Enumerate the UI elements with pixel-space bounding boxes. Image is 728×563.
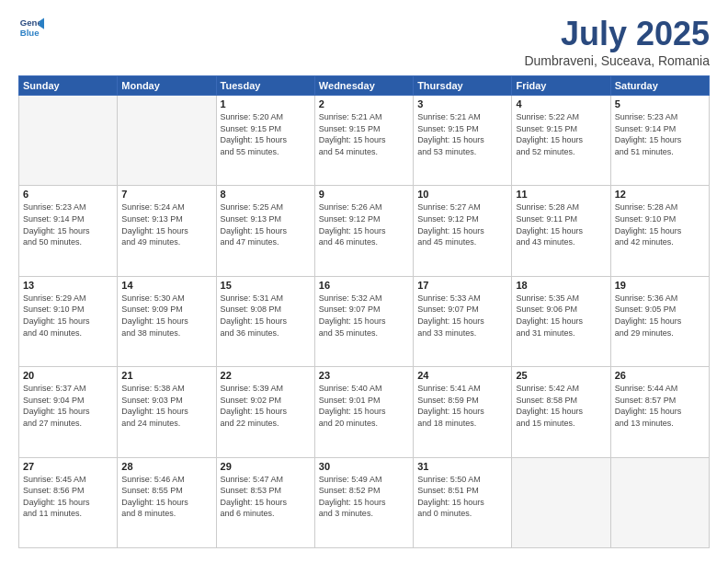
day-detail: Sunrise: 5:32 AM Sunset: 9:07 PM Dayligh… bbox=[319, 293, 409, 339]
sunrise-label: Sunrise: 5:28 AM bbox=[516, 202, 579, 212]
sunset-label: Sunset: 9:05 PM bbox=[615, 304, 677, 314]
daylight-minutes: and 55 minutes. bbox=[221, 147, 279, 156]
sunrise-label: Sunrise: 5:41 AM bbox=[417, 384, 481, 393]
day-detail: Sunrise: 5:40 AM Sunset: 9:01 PM Dayligh… bbox=[319, 383, 409, 429]
day-number: 7 bbox=[121, 189, 211, 200]
day-cell-3-6: 26 Sunrise: 5:44 AM Sunset: 8:57 PM Dayl… bbox=[610, 367, 709, 457]
daylight-minutes: and 53 minutes. bbox=[417, 147, 476, 156]
daylight-minutes: and 36 minutes. bbox=[221, 328, 279, 338]
sunset-label: Sunset: 8:53 PM bbox=[221, 486, 282, 495]
sunset-label: Sunset: 9:12 PM bbox=[417, 214, 479, 224]
col-monday: Monday bbox=[118, 76, 216, 96]
sunset-label: Sunset: 9:13 PM bbox=[221, 214, 282, 224]
sunset-label: Sunset: 8:55 PM bbox=[121, 486, 183, 495]
main-title: July 2025 bbox=[524, 15, 710, 53]
daylight-minutes: and 27 minutes. bbox=[23, 419, 82, 428]
daylight-label: Daylight: 15 hours bbox=[417, 135, 484, 144]
daylight-label: Daylight: 15 hours bbox=[319, 226, 386, 236]
sunrise-label: Sunrise: 5:47 AM bbox=[221, 475, 284, 484]
sunset-label: Sunset: 9:07 PM bbox=[319, 304, 381, 314]
day-cell-4-6 bbox=[610, 457, 709, 547]
day-number: 6 bbox=[23, 189, 113, 200]
title-block: July 2025 Dumbraveni, Suceava, Romania bbox=[524, 15, 710, 68]
day-number: 26 bbox=[615, 370, 705, 381]
sunset-label: Sunset: 9:09 PM bbox=[121, 304, 183, 314]
day-number: 13 bbox=[23, 280, 113, 291]
daylight-label: Daylight: 15 hours bbox=[516, 135, 583, 144]
subtitle: Dumbraveni, Suceava, Romania bbox=[524, 53, 710, 68]
day-cell-0-4: 3 Sunrise: 5:21 AM Sunset: 9:15 PM Dayli… bbox=[414, 96, 512, 186]
sunset-label: Sunset: 8:51 PM bbox=[417, 486, 479, 495]
sunrise-label: Sunrise: 5:23 AM bbox=[23, 202, 86, 212]
daylight-minutes: and 6 minutes. bbox=[221, 509, 275, 518]
sunset-label: Sunset: 8:58 PM bbox=[516, 396, 577, 405]
day-number: 20 bbox=[23, 370, 113, 381]
day-number: 11 bbox=[516, 189, 606, 200]
daylight-label: Daylight: 15 hours bbox=[23, 407, 90, 416]
day-cell-3-4: 24 Sunrise: 5:41 AM Sunset: 8:59 PM Dayl… bbox=[414, 367, 512, 457]
day-detail: Sunrise: 5:28 AM Sunset: 9:10 PM Dayligh… bbox=[615, 201, 705, 247]
sunrise-label: Sunrise: 5:35 AM bbox=[516, 293, 579, 303]
daylight-minutes: and 38 minutes. bbox=[121, 328, 180, 338]
sunset-label: Sunset: 8:59 PM bbox=[417, 396, 479, 405]
day-cell-3-5: 25 Sunrise: 5:42 AM Sunset: 8:58 PM Dayl… bbox=[512, 367, 610, 457]
daylight-label: Daylight: 15 hours bbox=[417, 226, 484, 236]
day-detail: Sunrise: 5:38 AM Sunset: 9:03 PM Dayligh… bbox=[121, 383, 211, 429]
daylight-minutes: and 47 minutes. bbox=[221, 237, 279, 247]
day-cell-1-6: 12 Sunrise: 5:28 AM Sunset: 9:10 PM Dayl… bbox=[610, 186, 709, 276]
daylight-minutes: and 24 minutes. bbox=[121, 419, 180, 428]
day-number: 5 bbox=[615, 98, 705, 109]
svg-text:Blue: Blue bbox=[20, 28, 40, 38]
sunrise-label: Sunrise: 5:25 AM bbox=[221, 202, 284, 212]
daylight-label: Daylight: 15 hours bbox=[516, 226, 583, 236]
sunset-label: Sunset: 9:14 PM bbox=[23, 214, 85, 224]
day-number: 27 bbox=[23, 461, 113, 472]
sunrise-label: Sunrise: 5:28 AM bbox=[615, 202, 678, 212]
day-cell-4-5 bbox=[512, 457, 610, 547]
daylight-label: Daylight: 15 hours bbox=[615, 135, 682, 144]
daylight-minutes: and 50 minutes. bbox=[23, 237, 82, 247]
daylight-minutes: and 11 minutes. bbox=[23, 509, 82, 518]
sunrise-label: Sunrise: 5:22 AM bbox=[516, 112, 579, 121]
day-number: 2 bbox=[319, 98, 409, 109]
day-cell-0-0 bbox=[19, 96, 118, 186]
col-thursday: Thursday bbox=[414, 76, 512, 96]
daylight-minutes: and 31 minutes. bbox=[516, 328, 574, 338]
daylight-minutes: and 8 minutes. bbox=[121, 509, 176, 518]
daylight-label: Daylight: 15 hours bbox=[221, 498, 288, 507]
week-row-3: 13 Sunrise: 5:29 AM Sunset: 9:10 PM Dayl… bbox=[19, 276, 710, 366]
sunrise-label: Sunrise: 5:31 AM bbox=[221, 293, 284, 303]
day-number: 1 bbox=[221, 98, 311, 109]
week-row-4: 20 Sunrise: 5:37 AM Sunset: 9:04 PM Dayl… bbox=[19, 367, 710, 457]
day-detail: Sunrise: 5:22 AM Sunset: 9:15 PM Dayligh… bbox=[516, 111, 606, 157]
daylight-minutes: and 13 minutes. bbox=[615, 419, 674, 428]
sunset-label: Sunset: 9:12 PM bbox=[319, 214, 381, 224]
day-number: 8 bbox=[221, 189, 311, 200]
day-number: 28 bbox=[121, 461, 211, 472]
daylight-label: Daylight: 15 hours bbox=[417, 316, 484, 326]
daylight-label: Daylight: 15 hours bbox=[417, 498, 484, 507]
sunset-label: Sunset: 9:11 PM bbox=[516, 214, 577, 224]
sunrise-label: Sunrise: 5:50 AM bbox=[417, 475, 481, 484]
logo-icon: General Blue bbox=[18, 15, 44, 40]
sunrise-label: Sunrise: 5:36 AM bbox=[615, 293, 678, 303]
day-number: 15 bbox=[221, 280, 311, 291]
sunrise-label: Sunrise: 5:38 AM bbox=[121, 384, 185, 393]
day-number: 12 bbox=[615, 189, 705, 200]
sunrise-label: Sunrise: 5:37 AM bbox=[23, 384, 86, 393]
day-number: 19 bbox=[615, 280, 705, 291]
day-detail: Sunrise: 5:21 AM Sunset: 9:15 PM Dayligh… bbox=[319, 111, 409, 157]
day-detail: Sunrise: 5:25 AM Sunset: 9:13 PM Dayligh… bbox=[221, 201, 311, 247]
day-detail: Sunrise: 5:27 AM Sunset: 9:12 PM Dayligh… bbox=[417, 201, 507, 247]
day-detail: Sunrise: 5:49 AM Sunset: 8:52 PM Dayligh… bbox=[319, 474, 409, 520]
day-cell-3-1: 21 Sunrise: 5:38 AM Sunset: 9:03 PM Dayl… bbox=[118, 367, 216, 457]
calendar-table: Sunday Monday Tuesday Wednesday Thursday… bbox=[18, 75, 710, 548]
sunrise-label: Sunrise: 5:45 AM bbox=[23, 475, 86, 484]
header: General Blue July 2025 Dumbraveni, Sucea… bbox=[18, 15, 710, 68]
daylight-label: Daylight: 15 hours bbox=[23, 498, 90, 507]
day-detail: Sunrise: 5:28 AM Sunset: 9:11 PM Dayligh… bbox=[516, 201, 606, 247]
day-detail: Sunrise: 5:39 AM Sunset: 9:02 PM Dayligh… bbox=[221, 383, 311, 429]
day-cell-1-5: 11 Sunrise: 5:28 AM Sunset: 9:11 PM Dayl… bbox=[512, 186, 610, 276]
day-number: 18 bbox=[516, 280, 606, 291]
day-number: 21 bbox=[121, 370, 211, 381]
